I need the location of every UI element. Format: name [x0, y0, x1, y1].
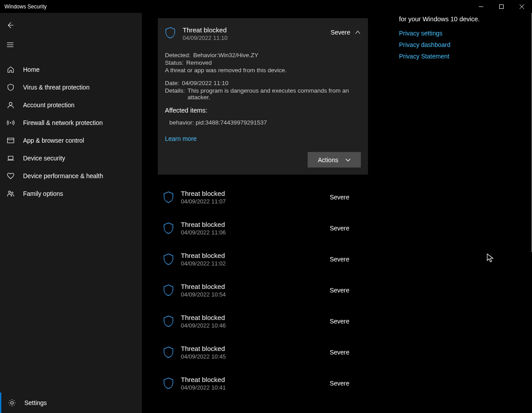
minimize-icon: [479, 4, 483, 9]
titlebar: Windows Security: [0, 0, 532, 13]
threat-item-severity: Severe: [330, 256, 368, 263]
sidebar-item-label: App & browser control: [23, 137, 84, 144]
threat-item[interactable]: Threat blocked 04/09/2022 11:02 Severe: [158, 244, 368, 275]
sidebar-item-label: Family options: [23, 190, 63, 197]
threat-item[interactable]: Threat blocked 04/09/2022 10:54 Severe: [158, 275, 368, 306]
threat-item-title: Threat blocked: [181, 314, 323, 321]
shield-outline-icon: [165, 27, 176, 39]
sidebar-item-settings[interactable]: Settings: [0, 393, 142, 413]
settings-label: Settings: [24, 399, 47, 406]
affected-item: behavior: pid:3488:74439979291537: [165, 119, 361, 126]
sidebar-item-label: Device security: [23, 155, 65, 162]
severity-label: Severe: [331, 29, 350, 36]
threat-item-date: 04/09/2022 11:06: [181, 229, 323, 236]
svg-rect-9: [8, 138, 14, 143]
shield-outline-icon: [163, 378, 174, 389]
sidebar-item-app-browser[interactable]: App & browser control: [0, 132, 142, 149]
card-title: Threat blocked: [183, 26, 324, 34]
severity-toggle[interactable]: Severe: [331, 29, 361, 36]
back-button[interactable]: [0, 16, 142, 35]
shield-outline-icon: [163, 347, 174, 358]
shield-outline-icon: [163, 191, 174, 203]
side-intro-text: for your Windows 10 device.: [399, 15, 524, 23]
sidebar-item-performance[interactable]: Device performance & health: [0, 167, 142, 185]
back-arrow-icon: [6, 21, 14, 29]
sidebar-item-label: Device performance & health: [23, 172, 103, 179]
details-row: Details: This program is dangerous and e…: [165, 87, 361, 101]
svg-point-15: [11, 401, 13, 404]
main-content: Threat blocked 04/09/2022 11:10 Severe D…: [142, 13, 532, 413]
sidebar-item-account[interactable]: Account protection: [0, 96, 142, 114]
sidebar-item-label: Account protection: [23, 101, 74, 109]
actions-dropdown-button[interactable]: Actions: [308, 152, 361, 168]
threat-item-title: Threat blocked: [181, 252, 323, 259]
svg-rect-11: [8, 156, 13, 160]
threat-item-date: 04/09/2022 10:45: [181, 353, 323, 360]
sidebar-item-label: Home: [23, 66, 39, 73]
chevron-up-icon: [355, 29, 361, 35]
close-icon: [520, 4, 524, 9]
threat-item[interactable]: Threat blocked 04/09/2022 10:41 Severe: [158, 368, 368, 399]
shield-outline-icon: [163, 284, 174, 296]
window-controls: [471, 0, 532, 13]
sidebar-item-home[interactable]: Home: [0, 61, 142, 78]
threat-item-severity: Severe: [330, 349, 368, 356]
sidebar-nav: Home Virus & threat protection Account p…: [0, 61, 142, 203]
shield-outline-icon: [163, 222, 174, 234]
maximize-button[interactable]: [491, 0, 512, 13]
threat-card-expanded[interactable]: Threat blocked 04/09/2022 11:10 Severe D…: [158, 18, 368, 175]
threat-item[interactable]: Threat blocked 04/09/2022 11:06 Severe: [158, 213, 368, 244]
minimize-button[interactable]: [471, 0, 491, 13]
threat-item-severity: Severe: [330, 225, 368, 232]
threat-item-title: Threat blocked: [181, 376, 323, 383]
privacy-settings-link[interactable]: Privacy settings: [399, 30, 524, 37]
menu-button[interactable]: [0, 35, 142, 55]
threat-item[interactable]: Threat blocked 04/09/2022 11:07 Severe: [158, 182, 368, 213]
threat-item-date: 04/09/2022 10:46: [181, 322, 323, 329]
svg-rect-1: [500, 4, 504, 8]
privacy-statement-link[interactable]: Privacy Statement: [399, 53, 524, 60]
threat-item-title: Threat blocked: [181, 345, 323, 352]
privacy-dashboard-link[interactable]: Privacy dashboard: [399, 41, 524, 48]
threat-item-date: 04/09/2022 10:41: [181, 384, 323, 391]
threat-item-title: Threat blocked: [181, 283, 323, 290]
chevron-down-icon: [345, 157, 351, 163]
close-button[interactable]: [512, 0, 532, 13]
scrollbar[interactable]: [529, 13, 532, 413]
threat-list: Threat blocked 04/09/2022 11:07 Severe T…: [158, 182, 385, 399]
threat-item-title: Threat blocked: [181, 221, 323, 228]
threat-list-column: Threat blocked 04/09/2022 11:10 Severe D…: [142, 13, 385, 413]
broadcast-icon: [6, 118, 15, 127]
shield-icon: [6, 83, 15, 92]
sidebar-item-device-security[interactable]: Device security: [0, 149, 142, 167]
shield-outline-icon: [163, 253, 174, 265]
sidebar-item-family[interactable]: Family options: [0, 185, 142, 203]
gear-icon: [8, 398, 16, 407]
hamburger-icon: [6, 41, 14, 49]
svg-point-8: [10, 122, 12, 124]
heart-icon: [6, 171, 15, 180]
svg-point-14: [12, 192, 13, 194]
svg-point-13: [8, 191, 11, 193]
sidebar-item-virus[interactable]: Virus & threat protection: [0, 78, 142, 96]
threat-item-date: 04/09/2022 10:54: [181, 291, 323, 298]
threat-item-severity: Severe: [330, 380, 368, 387]
sidebar-item-firewall[interactable]: Firewall & network protection: [0, 114, 142, 132]
date-row: Date: 04/09/2022 11:10: [165, 80, 361, 86]
threat-item-title: Threat blocked: [181, 190, 323, 197]
threat-item-date: 04/09/2022 11:02: [181, 260, 323, 267]
threat-item[interactable]: Threat blocked 04/09/2022 10:45 Severe: [158, 337, 368, 368]
maximize-icon: [499, 4, 504, 9]
person-icon: [6, 101, 15, 109]
threat-card-header: Threat blocked 04/09/2022 11:10 Severe: [165, 26, 361, 41]
window-icon: [6, 136, 15, 145]
card-date: 04/09/2022 11:10: [183, 35, 324, 41]
threat-item[interactable]: Threat blocked 04/09/2022 10:46 Severe: [158, 306, 368, 337]
sidebar-item-label: Virus & threat protection: [23, 84, 90, 91]
learn-more-link[interactable]: Learn more: [165, 135, 197, 142]
threat-item-date: 04/09/2022 11:07: [181, 198, 323, 205]
threat-item-severity: Severe: [330, 287, 368, 294]
side-column: for your Windows 10 device. Privacy sett…: [385, 13, 532, 413]
laptop-icon: [6, 154, 15, 163]
threat-description: A threat or app was removed from this de…: [165, 67, 361, 74]
